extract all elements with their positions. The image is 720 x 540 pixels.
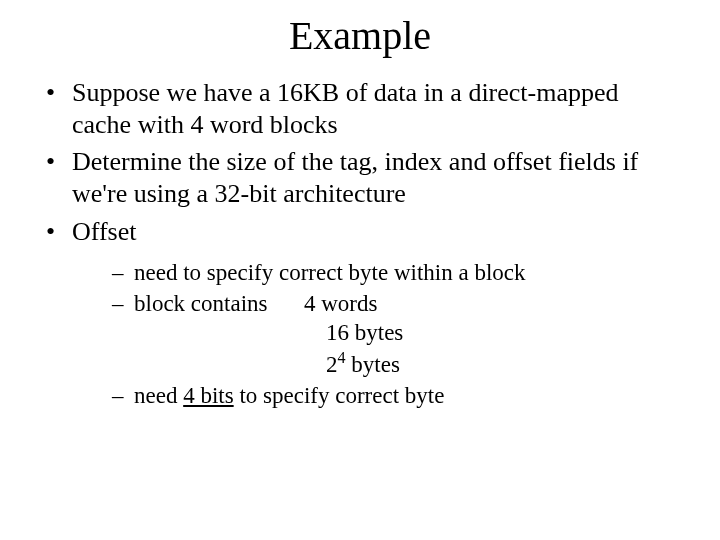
bullet-text: Determine the size of the tag, index and… xyxy=(72,147,638,208)
exponent: 4 xyxy=(338,349,346,366)
sub-item: need 4 bits to specify correct byte xyxy=(112,381,680,410)
bullet-list: Suppose we have a 16KB of data in a dire… xyxy=(46,77,680,410)
sub-label: block contains xyxy=(134,289,304,318)
bullet-text: Offset xyxy=(72,217,137,246)
bullet-item: Determine the size of the tag, index and… xyxy=(46,146,680,209)
underlined-text: 4 bits xyxy=(183,383,233,408)
sub-text: need xyxy=(134,383,183,408)
sub-value: 24 bytes xyxy=(326,348,680,379)
sub-value: 16 bytes xyxy=(326,318,680,347)
bullet-text: Suppose we have a 16KB of data in a dire… xyxy=(72,78,619,139)
sub-item: block contains 4 words 16 bytes 24 bytes xyxy=(112,289,680,379)
slide-title: Example xyxy=(40,12,680,59)
bullet-item: Offset need to specify correct byte with… xyxy=(46,216,680,411)
bullet-item: Suppose we have a 16KB of data in a dire… xyxy=(46,77,680,140)
slide: Example Suppose we have a 16KB of data i… xyxy=(0,0,720,540)
sub-text: to specify correct byte xyxy=(234,383,445,408)
sub-item: need to specify correct byte within a bl… xyxy=(112,258,680,287)
sub-text: need to specify correct byte within a bl… xyxy=(134,260,526,285)
unit: bytes xyxy=(346,352,400,377)
base: 2 xyxy=(326,352,338,377)
sub-list: need to specify correct byte within a bl… xyxy=(112,258,680,411)
sub-value: 4 words xyxy=(304,289,377,318)
